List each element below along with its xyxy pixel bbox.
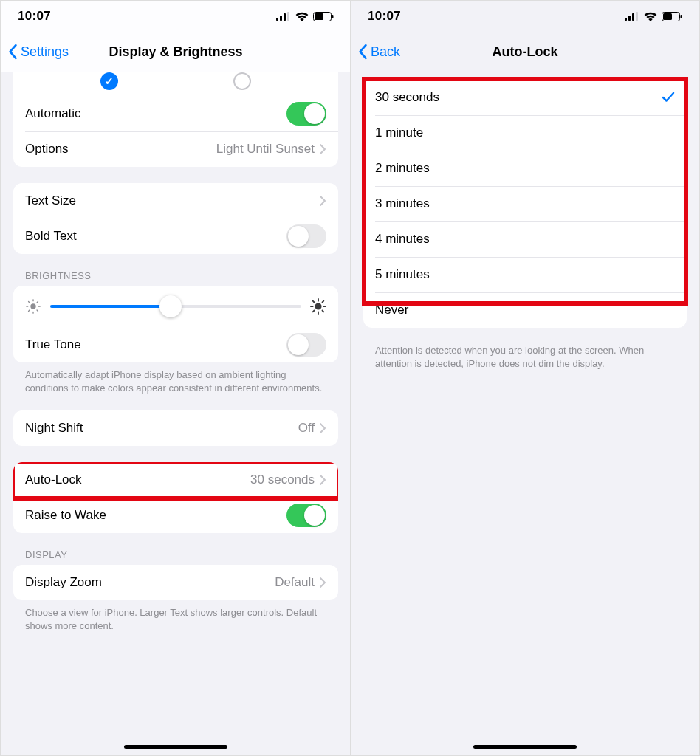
wifi-icon [644, 12, 657, 21]
nav-back-button[interactable]: Back [357, 44, 400, 60]
battery-icon [662, 12, 682, 21]
chevron-right-icon [319, 195, 326, 207]
svg-rect-27 [632, 13, 634, 21]
svg-line-15 [37, 302, 38, 303]
display-zoom-value: Default [275, 575, 315, 590]
checkmark-icon [662, 89, 675, 106]
nav-bar: Back Auto-Lock [351, 31, 699, 72]
auto-lock-option[interactable]: 1 minute [363, 115, 687, 151]
group-display-zoom: Display Zoom Default [13, 565, 338, 600]
brightness-header: BRIGHTNESS [25, 270, 326, 281]
auto-lock-option-label: Never [375, 303, 675, 317]
row-text-size[interactable]: Text Size [13, 183, 338, 219]
svg-rect-28 [636, 12, 638, 21]
raise-to-wake-switch[interactable] [286, 504, 326, 527]
row-bold-text[interactable]: Bold Text [13, 219, 338, 254]
screen-auto-lock: 10:07 Back Auto-Lock 30 seconds1 minute2… [350, 1, 699, 755]
brightness-track[interactable] [50, 305, 301, 308]
svg-rect-30 [663, 13, 672, 20]
auto-lock-option[interactable]: 30 seconds [363, 80, 687, 115]
auto-lock-option-label: 4 minutes [375, 232, 675, 247]
chevron-right-icon [319, 422, 326, 434]
auto-lock-option-label: 1 minute [375, 126, 675, 140]
svg-rect-31 [681, 15, 682, 18]
auto-lock-option[interactable]: Never [363, 292, 687, 328]
status-icons [625, 12, 682, 21]
auto-lock-option[interactable]: 4 minutes [363, 221, 687, 257]
nav-title: Auto-Lock [493, 44, 558, 60]
text-size-label: Text Size [25, 193, 319, 208]
home-indicator [124, 745, 227, 749]
appearance-light-radio[interactable] [100, 72, 118, 90]
row-true-tone[interactable]: True Tone [13, 327, 338, 362]
raise-to-wake-label: Raise to Wake [25, 508, 286, 523]
appearance-dark-radio[interactable] [233, 72, 251, 90]
svg-line-13 [37, 310, 38, 311]
status-bar: 10:07 [1, 1, 350, 31]
row-display-zoom[interactable]: Display Zoom Default [13, 565, 338, 600]
true-tone-switch[interactable] [286, 333, 326, 357]
auto-lock-option-label: 5 minutes [375, 267, 675, 282]
svg-rect-3 [287, 12, 289, 21]
options-value: Light Until Sunset [216, 142, 315, 157]
chevron-right-icon [319, 577, 326, 588]
group-appearance: Automatic Options Light Until Sunset [13, 72, 338, 167]
svg-line-23 [313, 311, 315, 312]
row-auto-lock[interactable]: Auto-Lock 30 seconds [13, 462, 338, 498]
nav-title: Display & Brightness [109, 44, 242, 60]
true-tone-footer: Automatically adapt iPhone display based… [25, 368, 326, 394]
chevron-right-icon [319, 474, 326, 486]
automatic-label: Automatic [25, 106, 286, 121]
group-brightness: True Tone [13, 286, 338, 362]
cellular-icon [625, 12, 639, 21]
bold-text-switch[interactable] [286, 224, 326, 248]
status-bar: 10:07 [351, 1, 699, 31]
display-zoom-footer: Choose a view for iPhone. Larger Text sh… [25, 606, 326, 632]
true-tone-label: True Tone [25, 337, 286, 352]
svg-line-22 [323, 311, 324, 312]
automatic-switch[interactable] [286, 102, 326, 126]
auto-lock-option[interactable]: 3 minutes [363, 186, 687, 221]
cellular-icon [276, 12, 291, 21]
battery-icon [313, 12, 334, 21]
group-night-shift: Night Shift Off [13, 410, 338, 446]
svg-line-21 [313, 301, 315, 303]
brightness-slider[interactable] [13, 286, 338, 327]
sun-low-icon [25, 298, 41, 315]
auto-lock-label: Auto-Lock [25, 472, 250, 487]
group-auto-lock: Auto-Lock 30 seconds Raise to Wake [13, 462, 338, 533]
auto-lock-option-label: 30 seconds [375, 90, 662, 105]
auto-lock-option-label: 2 minutes [375, 161, 675, 176]
status-icons [276, 12, 334, 21]
options-label: Options [25, 142, 216, 157]
wifi-icon [295, 12, 309, 21]
appearance-radio-row [13, 72, 338, 96]
svg-point-16 [315, 303, 321, 309]
row-options[interactable]: Options Light Until Sunset [13, 131, 338, 167]
svg-rect-6 [332, 15, 334, 18]
auto-lock-value: 30 seconds [250, 472, 315, 487]
nav-back-label: Settings [21, 44, 69, 60]
brightness-fill [50, 305, 171, 308]
row-raise-to-wake[interactable]: Raise to Wake [13, 498, 338, 533]
sun-high-icon [310, 298, 326, 315]
auto-lock-option[interactable]: 5 minutes [363, 257, 687, 292]
nav-back-button[interactable]: Settings [7, 44, 69, 60]
chevron-left-icon [357, 44, 368, 60]
auto-lock-option[interactable]: 2 minutes [363, 151, 687, 186]
svg-rect-26 [628, 16, 631, 21]
svg-line-12 [29, 302, 30, 303]
brightness-thumb[interactable] [159, 295, 182, 317]
display-header: DISPLAY [25, 549, 326, 560]
svg-rect-2 [284, 13, 286, 21]
home-indicator [473, 745, 577, 749]
group-auto-lock-options: 30 seconds1 minute2 minutes3 minutes4 mi… [363, 80, 687, 328]
chevron-left-icon [7, 44, 18, 60]
nav-bar: Settings Display & Brightness [1, 31, 350, 72]
svg-line-24 [323, 301, 324, 303]
night-shift-value: Off [298, 421, 315, 436]
row-night-shift[interactable]: Night Shift Off [13, 410, 338, 446]
display-zoom-label: Display Zoom [25, 575, 275, 590]
svg-rect-0 [276, 18, 278, 21]
row-automatic[interactable]: Automatic [13, 96, 338, 131]
